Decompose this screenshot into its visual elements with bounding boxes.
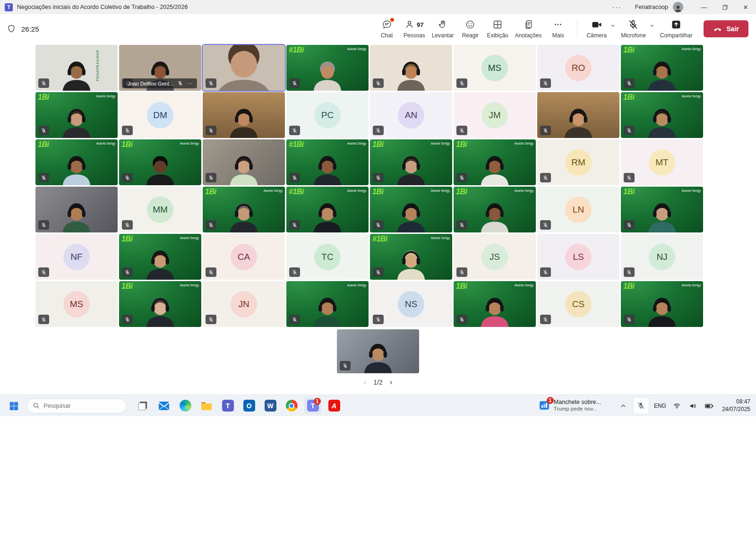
next-page-chevron[interactable]: › — [390, 378, 393, 386]
participant-tile[interactable]: 1BiAvante Serigy — [370, 139, 452, 185]
participant-tile[interactable]: #1BiAvante Serigy — [286, 45, 369, 91]
muted-mic-icon — [38, 267, 49, 277]
participant-tile[interactable]: MS — [35, 281, 118, 327]
participant-tile[interactable]: JM — [454, 92, 536, 138]
language-indicator[interactable]: ENG — [654, 403, 666, 409]
participant-tile[interactable]: TC — [286, 234, 369, 280]
participant-tile[interactable]: 1BiAvante Serigy — [454, 281, 536, 327]
participant-silhouette — [299, 192, 356, 232]
wifi-indicator[interactable] — [671, 399, 683, 413]
chat-button[interactable]: Chat — [374, 17, 400, 41]
participant-tile[interactable]: NS — [370, 281, 452, 327]
taskbar-app-desktop[interactable] — [134, 397, 151, 414]
muted-mic-icon — [456, 315, 467, 324]
react-button[interactable]: Reagir — [457, 17, 483, 41]
participant-tile[interactable]: Joao Delfino Gent...⋯ — [119, 45, 201, 91]
taskbar-app-teams-meeting[interactable]: 1 T — [304, 397, 321, 414]
people-button[interactable]: 97 Pessoas — [400, 17, 429, 41]
participant-tile[interactable]: JN — [203, 281, 285, 327]
brand-1bi-label: 1Bi — [623, 93, 634, 102]
participant-tile[interactable] — [370, 45, 452, 91]
search-input[interactable] — [43, 402, 110, 409]
participant-tile[interactable] — [337, 329, 419, 373]
participant-tile[interactable]: CA — [203, 234, 285, 280]
participant-tile[interactable] — [203, 45, 285, 91]
camera-button[interactable]: Câmera — [583, 17, 610, 41]
participant-tile[interactable]: 1BiAvante Serigy — [621, 187, 703, 232]
participant-tile[interactable]: 1BiAvante Serigy — [454, 139, 536, 185]
participant-tile[interactable]: NJ — [621, 234, 703, 280]
participant-tile[interactable]: MT — [621, 139, 703, 185]
tray-mic-muted[interactable] — [633, 397, 649, 414]
taskbar-app-edge[interactable] — [177, 397, 194, 414]
tray-expand-chevron[interactable] — [617, 399, 629, 413]
participant-silhouette — [48, 192, 105, 232]
more-button[interactable]: Mais — [545, 17, 571, 41]
titlebar-more-icon[interactable]: ··· — [612, 3, 622, 11]
taskbar-app-word[interactable]: W — [262, 397, 279, 414]
participant-tile[interactable]: 1BiAvante Serigy — [119, 281, 201, 327]
taskbar-app-explorer[interactable] — [198, 397, 215, 414]
raise-hand-button[interactable]: Levantar — [429, 17, 457, 41]
participant-tile[interactable] — [537, 92, 619, 138]
participant-tile[interactable]: AN — [370, 92, 452, 138]
participant-tile[interactable] — [203, 92, 285, 138]
participant-tile[interactable]: FENATRACOOP — [35, 45, 118, 91]
participant-tile[interactable]: LS — [537, 234, 619, 280]
start-button[interactable] — [6, 398, 22, 414]
participant-tile[interactable]: DM — [119, 92, 201, 138]
participant-tile[interactable]: MM — [119, 187, 201, 232]
leave-button[interactable]: Sair — [704, 20, 748, 37]
participant-tile[interactable]: RM — [537, 139, 619, 185]
participant-tile[interactable]: 1BiAvante Serigy — [35, 139, 118, 185]
previous-page-chevron[interactable]: ‹ — [364, 378, 367, 386]
participant-initials: MS — [63, 291, 90, 318]
participant-tile[interactable]: 1BiAvante Serigy — [119, 234, 201, 280]
volume-indicator[interactable] — [687, 399, 699, 413]
taskbar-app-outlook[interactable]: O — [241, 397, 258, 414]
minimize-button[interactable]: — — [694, 0, 714, 14]
participant-tile[interactable]: CS — [537, 281, 619, 327]
participant-tile[interactable]: 1BiAvante Serigy — [621, 281, 703, 327]
participant-tile[interactable]: PC — [286, 92, 369, 138]
participant-tile[interactable]: NF — [35, 234, 118, 280]
muted-mic-icon — [373, 315, 384, 324]
taskbar-app-teams[interactable]: T — [219, 397, 236, 414]
microphone-options-chevron[interactable] — [648, 22, 656, 29]
brand-avante-serigy-label: Avante Serigy — [96, 142, 115, 145]
restore-button[interactable] — [714, 0, 735, 14]
participant-tile[interactable]: 1BiAvante Serigy — [621, 92, 703, 138]
taskbar-app-acrobat[interactable]: A — [326, 397, 343, 414]
participant-tile[interactable]: 1BiAvante Serigy — [454, 187, 536, 232]
participant-more-icon[interactable]: ⋯ — [187, 80, 193, 86]
camera-options-chevron[interactable] — [609, 22, 617, 29]
participant-tile[interactable]: JS — [454, 234, 536, 280]
participant-tile[interactable]: LN — [537, 187, 619, 232]
participant-tile[interactable] — [35, 187, 118, 232]
taskbar-app-mail[interactable] — [155, 397, 172, 414]
account-avatar[interactable] — [673, 2, 683, 12]
taskbar-search[interactable] — [26, 398, 127, 413]
participant-tile[interactable]: 1BiAvante Serigy — [119, 139, 201, 185]
participant-tile[interactable]: MS — [454, 45, 536, 91]
participant-tile[interactable]: Avante Serigy — [286, 281, 369, 327]
participant-tile[interactable] — [203, 139, 285, 185]
participant-tile[interactable]: RO — [537, 45, 619, 91]
participant-tile[interactable]: #1BiAvante Serigy — [370, 234, 452, 280]
participant-tile[interactable]: 1BiAvante Serigy — [203, 187, 285, 232]
close-button[interactable]: ✕ — [735, 0, 756, 14]
share-button[interactable]: Compartilhar — [657, 17, 696, 41]
taskbar-app-chrome[interactable] — [283, 397, 300, 414]
battery-indicator[interactable] — [703, 399, 715, 413]
annotations-button[interactable]: Anotações — [512, 17, 545, 41]
view-button[interactable]: Exibição — [483, 17, 511, 41]
participant-tile[interactable]: 1BiAvante Serigy — [621, 45, 703, 91]
participant-tile[interactable]: #1BiAvante Serigy — [286, 139, 369, 185]
participant-tile[interactable]: 1BiAvante Serigy — [370, 187, 452, 232]
participant-tile[interactable]: #1BiAvante Serigy — [286, 187, 369, 232]
widgets-news[interactable]: 1 Manchete sobre... Trump pede nov... — [539, 399, 601, 412]
participant-tile[interactable]: 1BiAvante Serigy — [35, 92, 118, 138]
tray-clock[interactable]: 08:47 24/07/2025 — [722, 398, 750, 413]
muted-mic-icon — [289, 173, 300, 182]
microphone-button[interactable]: Microfone — [618, 17, 649, 41]
